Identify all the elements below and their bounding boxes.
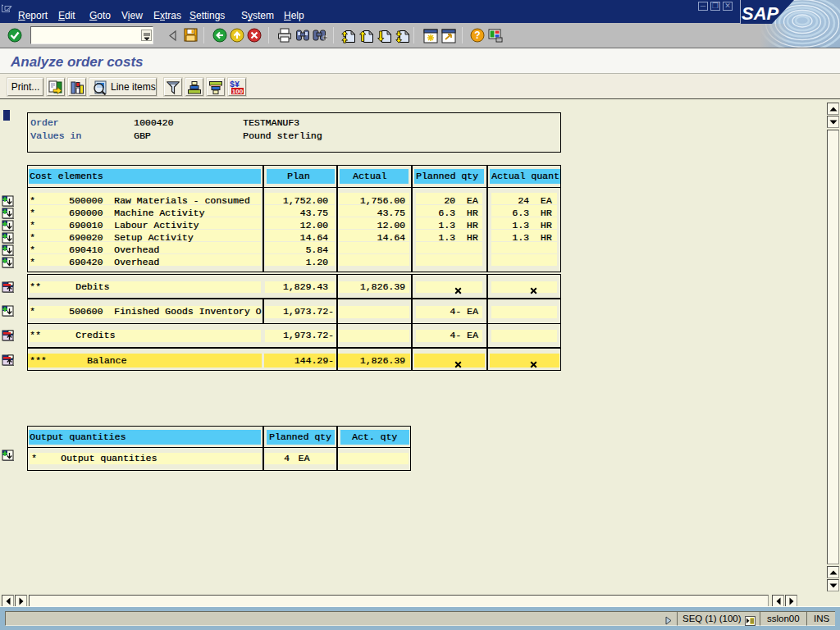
svg-text:100: 100 [232,88,244,95]
svg-text:?: ? [474,30,480,41]
svg-text:SAP: SAP [742,3,779,24]
